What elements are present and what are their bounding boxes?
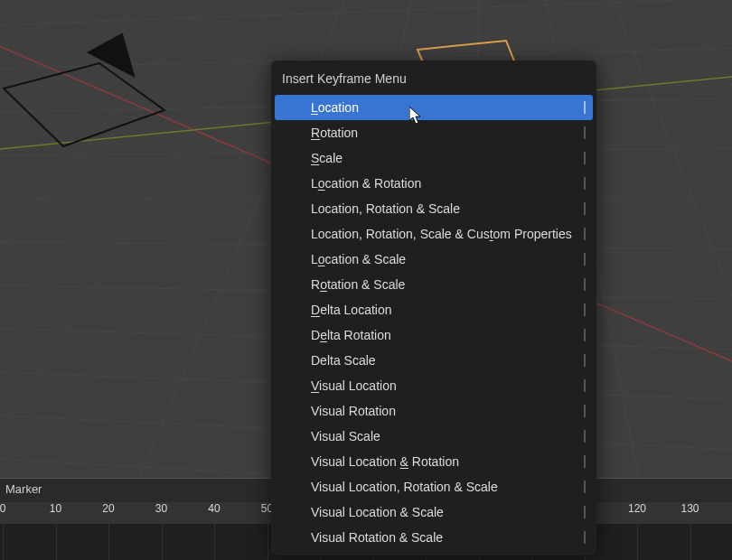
menu-item-indicator <box>584 303 586 316</box>
menu-item-indicator <box>584 202 586 215</box>
menu-item-indicator <box>584 405 586 417</box>
menu-item-indicator <box>584 101 586 114</box>
menu-item-label: Rotation <box>311 126 358 140</box>
timeline-tick: 120 <box>628 502 646 515</box>
timeline-tick: 0 <box>0 502 5 515</box>
timeline-tick: 10 <box>50 502 61 515</box>
menu-item-location-scale[interactable]: Location & Scale <box>275 247 593 272</box>
menu-item-label: Location <box>311 100 359 115</box>
menu-items: LocationRotationScaleLocation & Rotation… <box>271 95 596 550</box>
menu-item-rotation[interactable]: Rotation <box>275 120 593 145</box>
svg-line-26 <box>0 0 289 560</box>
menu-item-indicator <box>584 531 586 544</box>
menu-item-label: Visual Location & Scale <box>311 505 444 519</box>
menu-item-indicator <box>584 278 586 291</box>
menu-item-visual-rotation[interactable]: Visual Rotation <box>275 398 593 424</box>
menu-item-location-rotation[interactable]: Location & Rotation <box>275 171 593 196</box>
menu-item-label: Scale <box>311 151 343 165</box>
menu-item-label: Delta Rotation <box>311 328 391 342</box>
menu-item-indicator <box>584 253 586 266</box>
timeline-tick: 130 <box>680 502 699 515</box>
menu-title: Insert Keyframe Menu <box>271 64 596 95</box>
svg-line-23 <box>0 0 99 560</box>
menu-item-location-rotation-scale-custom-properties[interactable]: Location, Rotation, Scale & Custom Prope… <box>275 221 593 247</box>
menu-item-delta-location[interactable]: Delta Location <box>275 297 593 322</box>
svg-line-32 <box>669 0 732 560</box>
menu-item-visual-scale[interactable]: Visual Scale <box>275 424 593 449</box>
menu-item-visual-location-rotation[interactable]: Visual Location & Rotation <box>275 449 593 474</box>
menu-item-label: Location & Scale <box>311 252 406 266</box>
menu-item-indicator <box>584 126 586 139</box>
menu-item-indicator <box>584 228 586 240</box>
menu-item-label: Location & Rotation <box>311 176 421 191</box>
timeline-tick: 30 <box>155 502 167 515</box>
timeline-marker-label: Marker <box>5 482 42 496</box>
menu-item-indicator <box>584 481 586 493</box>
menu-item-label: Location, Rotation & Scale <box>311 201 460 216</box>
svg-line-24 <box>0 0 163 560</box>
menu-item-visual-rotation-scale[interactable]: Visual Rotation & Scale <box>275 525 593 550</box>
menu-item-visual-location-scale[interactable]: Visual Location & Scale <box>275 499 593 525</box>
menu-item-indicator <box>584 455 586 468</box>
menu-item-indicator <box>584 379 586 392</box>
menu-item-indicator <box>584 329 586 341</box>
menu-item-label: Visual Location & Rotation <box>311 454 459 469</box>
menu-item-label: Delta Scale <box>311 353 376 368</box>
svg-line-22 <box>0 0 36 560</box>
menu-item-delta-scale[interactable]: Delta Scale <box>275 348 593 373</box>
menu-item-indicator <box>584 177 586 190</box>
insert-keyframe-menu[interactable]: Insert Keyframe Menu LocationRotationSca… <box>271 61 596 555</box>
menu-item-location[interactable]: Location <box>275 95 593 120</box>
menu-item-label: Rotation & Scale <box>311 277 405 292</box>
menu-item-indicator <box>584 506 586 518</box>
menu-item-indicator <box>584 152 586 164</box>
menu-item-scale[interactable]: Scale <box>275 145 593 171</box>
menu-item-visual-location[interactable]: Visual Location <box>275 373 593 398</box>
timeline-tick: 20 <box>102 502 114 515</box>
menu-item-indicator <box>584 354 586 367</box>
menu-item-rotation-scale[interactable]: Rotation & Scale <box>275 272 593 297</box>
menu-item-location-rotation-scale[interactable]: Location, Rotation & Scale <box>275 196 593 221</box>
menu-item-label: Visual Location, Rotation & Scale <box>311 480 498 494</box>
menu-item-visual-location-rotation-scale[interactable]: Visual Location, Rotation & Scale <box>275 474 593 499</box>
menu-item-delta-rotation[interactable]: Delta Rotation <box>275 322 593 348</box>
menu-item-label: Visual Rotation & Scale <box>311 530 443 545</box>
svg-line-31 <box>605 0 732 560</box>
menu-item-label: Visual Scale <box>311 429 380 443</box>
menu-item-label: Location, Rotation, Scale & Custom Prope… <box>311 227 572 241</box>
svg-line-25 <box>0 0 226 560</box>
menu-item-label: Visual Rotation <box>311 404 396 418</box>
menu-item-label: Visual Location <box>311 378 397 393</box>
menu-item-label: Delta Location <box>311 303 392 317</box>
timeline-tick: 40 <box>208 502 220 515</box>
menu-item-indicator <box>584 430 586 443</box>
